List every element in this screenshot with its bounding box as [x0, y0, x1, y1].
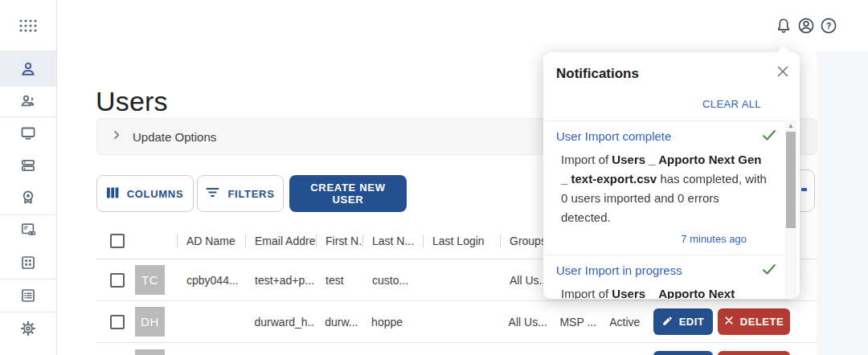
clear-all-button[interactable]: CLEAR ALL — [702, 98, 761, 110]
users-group-icon — [18, 91, 38, 110]
cell-extra2: Active — [609, 316, 653, 328]
cell-last-name: hoppe — [362, 316, 422, 328]
sidebar-item-apps[interactable] — [0, 10, 56, 42]
close-icon[interactable] — [774, 63, 792, 80]
edit-button-label: EDIT — [679, 316, 705, 328]
select-all-cell — [96, 234, 133, 248]
notification-title-link[interactable]: User Import complete — [556, 129, 671, 143]
x-icon — [724, 316, 734, 328]
row-checkbox[interactable] — [110, 273, 125, 288]
sidebar — [0, 0, 57, 355]
webcam-icon — [18, 188, 38, 207]
sidebar-item-servers[interactable] — [0, 149, 56, 182]
col-header-email[interactable]: Email Addre... — [245, 235, 316, 247]
avatar-cell: DH — [133, 307, 177, 337]
list-icon — [18, 286, 38, 305]
avatar: DH — [135, 307, 165, 337]
row-select-cell — [96, 273, 133, 288]
columns-button[interactable]: COLUMNS — [96, 175, 194, 212]
grid-squares-icon — [18, 253, 38, 272]
col-header-last-login[interactable]: Last Login — [423, 235, 500, 247]
col-header-last-name[interactable]: Last N... — [362, 235, 423, 247]
overflow-button-glyph — [801, 188, 807, 191]
create-new-user-label: CREATE NEW USER — [294, 182, 402, 206]
sidebar-item-users[interactable] — [0, 51, 56, 87]
delete-button[interactable]: DELETE — [718, 308, 790, 335]
filter-icon — [206, 187, 219, 200]
notifications-title: Notifications — [556, 66, 639, 82]
col-header-ad-name[interactable]: AD Name — [177, 235, 245, 247]
notification-title-link[interactable]: User Import in progress — [556, 263, 682, 277]
card-link-icon — [18, 220, 38, 239]
notification-item: User Import in progress Import of Users … — [543, 255, 786, 299]
notification-body: Import of Users _ Apporto Next — [561, 284, 772, 299]
avatar-cell: TC — [133, 265, 177, 295]
delete-button[interactable]: DELETE — [718, 351, 790, 355]
cell-last-name: custo... — [362, 274, 423, 287]
filters-button[interactable]: FILTERS — [197, 175, 284, 212]
sidebar-item-desktops[interactable] — [0, 117, 56, 149]
chevron-right-icon — [110, 129, 123, 145]
scrollbar-thumb[interactable] — [786, 132, 796, 228]
edit-button[interactable]: EDIT — [653, 351, 713, 355]
panel-scrollbar: ▲ ▼ — [785, 120, 796, 299]
user-icon — [18, 59, 38, 79]
apps-grid-icon — [18, 18, 39, 33]
cell-ad-name: cpby044... — [177, 274, 245, 287]
cell-groups: All Us... — [499, 316, 560, 328]
create-new-user-button[interactable]: CREATE NEW USER — [289, 175, 407, 212]
scroll-up-arrow[interactable]: ▲ — [785, 120, 796, 130]
cell-email: durward_h... — [245, 316, 316, 328]
delete-button-label: DELETE — [740, 316, 784, 328]
notification-body: Import of Users _ Apporto Next Gen _ tex… — [561, 150, 772, 227]
select-all-checkbox[interactable] — [110, 234, 125, 248]
bell-icon[interactable] — [774, 16, 793, 35]
settings-gear-icon — [18, 319, 38, 338]
avatar-cell — [133, 349, 177, 355]
cell-email: test+ad+p... — [245, 274, 316, 287]
content-background — [817, 51, 868, 355]
server-icon — [18, 156, 38, 175]
pencil-icon — [662, 316, 673, 328]
cell-actions: EDIT DELETE — [653, 308, 817, 335]
cell-first-name: durw... — [315, 316, 362, 328]
notification-item: User Import complete Import of Users _ A… — [543, 121, 786, 255]
desktop-icon — [18, 124, 38, 143]
account-icon[interactable] — [796, 16, 816, 35]
notification-timestamp: 7 minutes ago — [556, 233, 747, 245]
help-icon[interactable]: ? — [819, 16, 838, 35]
check-icon — [762, 263, 776, 279]
row-select-cell — [96, 315, 133, 329]
cell-first-name: test — [316, 274, 362, 287]
sidebar-item-apps-catalog[interactable] — [0, 247, 56, 279]
row-checkbox[interactable] — [110, 315, 125, 329]
sidebar-item-connections[interactable] — [0, 214, 56, 246]
notification-list: User Import complete Import of Users _ A… — [543, 121, 786, 299]
check-icon — [762, 129, 776, 145]
table-row: DH durward_h... durw... hoppe All Us... … — [96, 301, 817, 343]
avatar — [135, 349, 165, 355]
sidebar-item-logs[interactable] — [0, 280, 56, 312]
sidebar-item-webcams[interactable] — [0, 182, 56, 214]
filters-button-label: FILTERS — [227, 188, 274, 200]
update-options-label: Update Options — [133, 130, 216, 144]
sidebar-item-user-groups[interactable] — [0, 84, 56, 116]
columns-button-label: COLUMNS — [127, 188, 184, 200]
svg-text:?: ? — [826, 21, 832, 31]
avatar: TC — [135, 265, 165, 295]
notifications-panel: Notifications CLEAR ALL User Import comp… — [543, 52, 800, 299]
cell-extra1: MSP ... — [559, 316, 609, 328]
columns-icon — [107, 187, 119, 201]
edit-button[interactable]: EDIT — [653, 308, 713, 335]
page-title: Users — [96, 86, 168, 117]
table-row: EDIT DELETE — [96, 343, 817, 355]
col-header-first-name[interactable]: First N... — [316, 235, 362, 247]
sidebar-item-settings[interactable] — [0, 312, 56, 345]
cell-actions: EDIT DELETE — [653, 351, 817, 355]
